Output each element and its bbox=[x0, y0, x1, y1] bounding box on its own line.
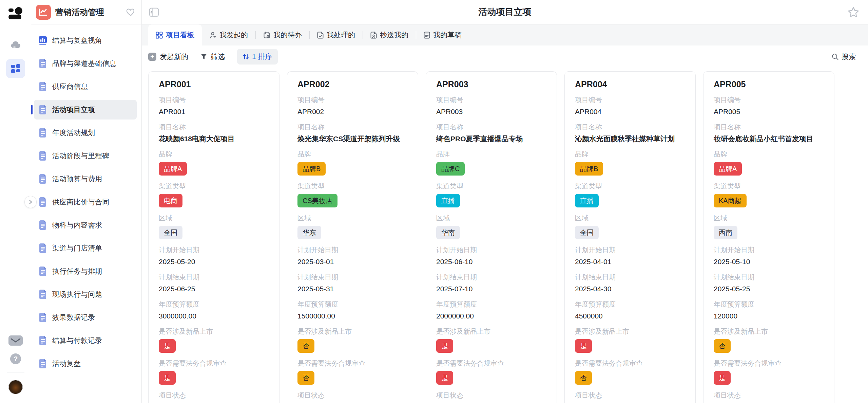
sidebar-collapse-button[interactable] bbox=[24, 196, 37, 208]
tab-todo[interactable]: 我的待办 bbox=[256, 24, 309, 45]
project_name-value: 绮色PRO夏季直播爆品专场 bbox=[436, 134, 546, 144]
sidebar-item-4[interactable]: 活动项目立项 bbox=[34, 100, 137, 120]
star-icon[interactable] bbox=[848, 6, 859, 18]
field-legal_review: 是否需要法务合规审查是 bbox=[159, 359, 269, 385]
sidebar-item-9[interactable]: 物料与内容需求 bbox=[34, 215, 137, 235]
region-badge: 全国 bbox=[575, 226, 599, 239]
project-card[interactable]: APR003 项目编号APR003项目名称绮色PRO夏季直播爆品专场品牌品牌C渠… bbox=[426, 71, 557, 403]
sidebar-item-3[interactable]: 供应商信息 bbox=[34, 77, 137, 96]
project_number-value: APR004 bbox=[575, 107, 685, 116]
sidebar-item-label: 执行任务与排期 bbox=[52, 267, 102, 276]
sort-button[interactable]: 1 排序 bbox=[237, 49, 278, 65]
field-planned_start_date: 计划开始日期2025-05-20 bbox=[159, 245, 269, 267]
tab-label: 抄送我的 bbox=[380, 30, 408, 40]
filter-button[interactable]: 筛选 bbox=[200, 52, 225, 61]
field-label: 年度预算额度 bbox=[436, 300, 546, 309]
field-brand: 品牌品牌A bbox=[714, 150, 824, 176]
field-label: 渠道类型 bbox=[575, 182, 685, 190]
sidebar: 营销活动管理 结算与复盘视角 品牌与渠道基础信息 供应商信息 活动项目立项 年度… bbox=[31, 0, 142, 403]
app-title: 营销活动管理 bbox=[55, 7, 104, 18]
brand-badge: 品牌C bbox=[436, 162, 465, 176]
field-label: 是否需要法务合规审查 bbox=[159, 359, 269, 368]
sidebar-item-6[interactable]: 活动阶段与里程碑 bbox=[34, 146, 137, 166]
project-card[interactable]: APR001 项目编号APR001项目名称花映颜618电商大促项目品牌品牌A渠道… bbox=[148, 71, 279, 403]
field-label: 区域 bbox=[297, 214, 408, 222]
field-region: 区域华南 bbox=[436, 214, 546, 239]
brand-badge: 品牌B bbox=[297, 162, 326, 176]
plus-icon: + bbox=[148, 53, 156, 61]
sidebar-item-2[interactable]: 品牌与渠道基础信息 bbox=[34, 54, 137, 73]
annual_budget-value: 120000 bbox=[714, 311, 824, 321]
field-channel_type: 渠道类型直播 bbox=[436, 182, 546, 207]
field-label: 项目状态 bbox=[436, 391, 546, 400]
sidebar-item-label: 供应商信息 bbox=[52, 82, 88, 91]
main-area: 活动项目立项 项目看板 我发起的 我的待办 我处理的 抄送我的 我的草稿 + 发… bbox=[142, 0, 868, 403]
tab-processed[interactable]: 我处理的 bbox=[310, 24, 363, 45]
sidebar-item-label: 活动复盘 bbox=[52, 359, 81, 368]
svg-text:?: ? bbox=[13, 355, 17, 363]
doc-icon bbox=[38, 266, 47, 276]
search-button[interactable]: 搜索 bbox=[831, 52, 856, 61]
doc-icon bbox=[38, 81, 47, 92]
sidebar-item-8[interactable]: 供应商比价与合同 bbox=[34, 192, 137, 212]
sidebar-item-13[interactable]: 效果数据记录 bbox=[34, 308, 137, 327]
legal_review-badge: 否 bbox=[575, 371, 592, 385]
field-label: 项目编号 bbox=[575, 95, 685, 104]
tab-label: 我处理的 bbox=[327, 30, 355, 40]
sidebar-item-11[interactable]: 执行任务与排期 bbox=[34, 261, 137, 281]
field-brand: 品牌品牌C bbox=[436, 150, 546, 176]
sidebar-item-15[interactable]: 活动复盘 bbox=[34, 354, 137, 373]
apps-icon[interactable] bbox=[6, 59, 25, 78]
sidebar-item-14[interactable]: 结算与付款记录 bbox=[34, 331, 137, 350]
legal_review-badge: 是 bbox=[714, 371, 731, 385]
legal_review-badge: 否 bbox=[297, 371, 314, 385]
sidebar-item-5[interactable]: 年度活动规划 bbox=[34, 123, 137, 143]
field-new_product_launch: 是否涉及新品上市是 bbox=[436, 327, 546, 353]
field-new_product_launch: 是否涉及新品上市否 bbox=[297, 327, 408, 353]
cloud-icon[interactable] bbox=[6, 35, 25, 54]
help-icon[interactable]: ? bbox=[10, 353, 21, 365]
project-card[interactable]: APR004 项目编号APR004项目名称沁颜水光面膜秋季社媒种草计划品牌品牌B… bbox=[564, 71, 696, 403]
tab-initiated[interactable]: 我发起的 bbox=[202, 24, 255, 45]
field-legal_review: 是否需要法务合规审查否 bbox=[297, 359, 408, 385]
annual_budget-value: 4500000 bbox=[575, 311, 685, 321]
planned_end_date-value: 2025-07-10 bbox=[436, 284, 546, 294]
chart-icon bbox=[38, 35, 47, 45]
todo-icon bbox=[263, 32, 270, 39]
field-planned_start_date: 计划开始日期2025-04-01 bbox=[575, 245, 685, 267]
heart-icon[interactable] bbox=[126, 8, 135, 16]
field-brand: 品牌品牌B bbox=[297, 150, 408, 176]
field-region: 区域西南 bbox=[714, 214, 824, 239]
sidebar-item-1[interactable]: 结算与复盘视角 bbox=[34, 31, 137, 50]
project-card[interactable]: APR005 项目编号APR005项目名称妆研会底妆新品小红书首发项目品牌品牌A… bbox=[703, 71, 834, 403]
project_number-value: APR005 bbox=[714, 107, 824, 116]
sidebar-item-10[interactable]: 渠道与门店清单 bbox=[34, 238, 137, 258]
field-label: 项目状态 bbox=[159, 391, 269, 400]
mail-icon[interactable] bbox=[8, 335, 23, 346]
sidebar-item-12[interactable]: 现场执行与问题 bbox=[34, 285, 137, 304]
create-new-button[interactable]: + 发起新的 bbox=[148, 52, 188, 61]
field-label: 是否涉及新品上市 bbox=[714, 327, 824, 336]
field-project_status: 项目状态 bbox=[575, 391, 685, 400]
panel-toggle-icon[interactable] bbox=[149, 7, 159, 18]
tab-cc[interactable]: 抄送我的 bbox=[363, 24, 416, 45]
field-annual_budget: 年度预算额度1500000.00 bbox=[297, 300, 408, 321]
new_product_launch-badge: 是 bbox=[436, 339, 453, 353]
card-title: APR005 bbox=[714, 79, 824, 89]
card-title: APR001 bbox=[159, 79, 269, 89]
app-icon bbox=[36, 5, 51, 20]
field-region: 区域全国 bbox=[159, 214, 269, 239]
field-label: 是否需要法务合规审查 bbox=[297, 359, 408, 368]
cc-icon bbox=[370, 32, 377, 39]
region-badge: 华东 bbox=[297, 226, 321, 239]
page-title: 活动项目立项 bbox=[479, 6, 532, 18]
project-card[interactable]: APR002 项目编号APR002项目名称焕光集华东CS渠道开架陈列升级品牌品牌… bbox=[287, 71, 418, 403]
tab-draft[interactable]: 我的草稿 bbox=[416, 24, 469, 45]
user-avatar[interactable] bbox=[8, 380, 23, 394]
tab-kanban[interactable]: 项目看板 bbox=[148, 24, 202, 45]
workspace-logo[interactable] bbox=[8, 6, 23, 22]
field-new_product_launch: 是否涉及新品上市是 bbox=[159, 327, 269, 353]
planned_end_date-value: 2025-06-25 bbox=[159, 284, 269, 294]
funnel-icon bbox=[200, 53, 207, 60]
sidebar-item-7[interactable]: 活动预算与费用 bbox=[34, 169, 137, 189]
